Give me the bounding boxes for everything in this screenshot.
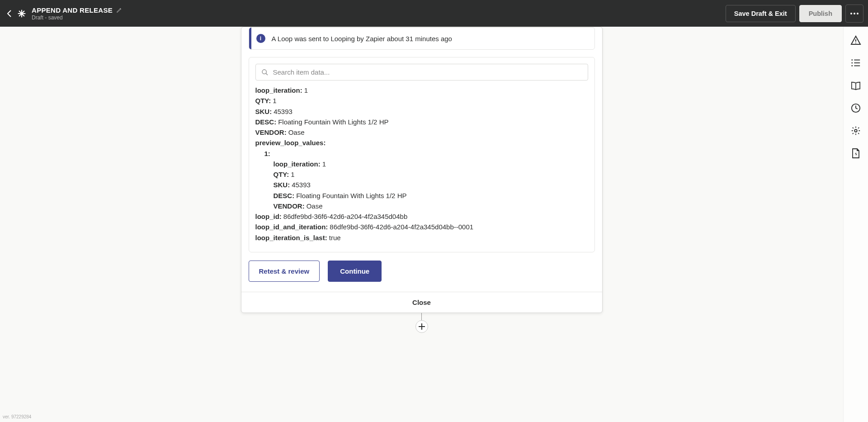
data-row[interactable]: QTY: 1 bbox=[255, 169, 585, 180]
data-row[interactable]: loop_iteration_is_last: true bbox=[255, 232, 585, 243]
canvas-area: i A Loop was sent to Looping by Zapier a… bbox=[0, 27, 868, 422]
data-key: 1: bbox=[264, 148, 270, 159]
svg-point-3 bbox=[262, 70, 266, 74]
svg-point-6 bbox=[855, 43, 856, 43]
data-key: QTY: bbox=[255, 95, 271, 106]
data-row[interactable]: loop_id: 86dfe9bd-36f6-42d6-a204-4f2a345… bbox=[255, 211, 585, 222]
alerts-button[interactable] bbox=[850, 35, 861, 46]
data-row[interactable]: SKU: 45393 bbox=[255, 180, 585, 190]
data-key: loop_iteration_is_last: bbox=[255, 232, 327, 243]
outline-button[interactable] bbox=[850, 57, 861, 68]
svg-line-4 bbox=[266, 73, 268, 75]
settings-button[interactable] bbox=[850, 125, 861, 136]
canvas-scroll[interactable]: i A Loop was sent to Looping by Zapier a… bbox=[0, 27, 843, 422]
zap-title-row: APPEND AND RELEASE bbox=[32, 6, 123, 14]
svg-point-1 bbox=[854, 13, 855, 14]
data-value: 1 bbox=[291, 169, 294, 180]
svg-point-12 bbox=[851, 65, 853, 66]
data-list[interactable]: loop_iteration: 1QTY: 1SKU: 45393DESC: F… bbox=[255, 85, 588, 246]
data-value: 86dfe9bd-36f6-42d6-a204-4f2a345d04bb--00… bbox=[330, 222, 473, 232]
data-value: 45393 bbox=[292, 180, 311, 190]
data-row[interactable]: VENDOR: Oase bbox=[255, 127, 585, 138]
plus-icon bbox=[419, 323, 425, 330]
file-bolt-icon bbox=[851, 148, 860, 159]
clock-icon bbox=[851, 103, 861, 113]
book-icon bbox=[851, 81, 861, 90]
search-wrapper[interactable] bbox=[255, 64, 588, 81]
right-rail bbox=[843, 27, 868, 422]
info-icon: i bbox=[256, 34, 265, 43]
svg-point-0 bbox=[850, 13, 852, 14]
close-button[interactable]: Close bbox=[241, 292, 602, 313]
warning-icon bbox=[850, 34, 861, 46]
data-value: Floating Fountain With Lights 1/2 HP bbox=[296, 190, 406, 201]
app-header: APPEND AND RELEASE Draft - saved Save Dr… bbox=[0, 0, 868, 27]
data-key: VENDOR: bbox=[274, 201, 305, 211]
data-key: loop_iteration: bbox=[274, 159, 321, 169]
data-value: 1 bbox=[304, 85, 308, 95]
version-label: ver. 97229284 bbox=[3, 414, 31, 419]
chevron-left-icon bbox=[7, 10, 12, 17]
data-value: true bbox=[329, 232, 341, 243]
dots-horizontal-icon bbox=[850, 13, 859, 14]
data-row[interactable]: loop_iteration_last: 1 bbox=[255, 243, 585, 246]
publish-button: Publish bbox=[799, 5, 842, 22]
data-row[interactable]: loop_iteration: 1 bbox=[255, 159, 585, 169]
zap-title: APPEND AND RELEASE bbox=[32, 6, 113, 14]
data-key: VENDOR: bbox=[255, 127, 287, 138]
zap-subtitle: Draft - saved bbox=[32, 14, 123, 21]
data-value: Oase bbox=[307, 201, 323, 211]
svg-point-14 bbox=[854, 129, 857, 132]
data-row[interactable]: SKU: 45393 bbox=[255, 106, 585, 117]
data-key: DESC: bbox=[274, 190, 295, 201]
data-key: loop_iteration: bbox=[255, 85, 302, 95]
data-row[interactable]: QTY: 1 bbox=[255, 95, 585, 106]
data-row[interactable]: loop_iteration: 1 bbox=[255, 85, 585, 95]
title-block: APPEND AND RELEASE Draft - saved bbox=[32, 6, 123, 21]
continue-button[interactable]: Continue bbox=[328, 261, 382, 282]
retest-button[interactable]: Retest & review bbox=[249, 261, 320, 282]
data-key: SKU: bbox=[274, 180, 290, 190]
data-key: SKU: bbox=[255, 106, 272, 117]
history-button[interactable] bbox=[850, 103, 861, 114]
data-key: DESC: bbox=[255, 117, 277, 127]
data-value: 1 bbox=[273, 95, 276, 106]
data-row[interactable]: VENDOR: Oase bbox=[255, 201, 585, 211]
action-buttons-row: Retest & review Continue bbox=[241, 261, 602, 292]
info-banner: i A Loop was sent to Looping by Zapier a… bbox=[249, 27, 595, 50]
data-value: Oase bbox=[288, 127, 305, 138]
data-value: 86dfe9bd-36f6-42d6-a204-4f2a345d04bb bbox=[283, 211, 407, 222]
data-value: 45393 bbox=[274, 106, 292, 117]
data-row[interactable]: loop_id_and_iteration: 86dfe9bd-36f6-42d… bbox=[255, 222, 585, 232]
save-draft-button[interactable]: Save Draft & Exit bbox=[726, 5, 796, 22]
data-row[interactable]: preview_loop_values: bbox=[255, 138, 585, 148]
data-row[interactable]: DESC: Floating Fountain With Lights 1/2 … bbox=[255, 117, 585, 127]
data-row[interactable]: 1: bbox=[255, 148, 585, 159]
more-menu-button[interactable] bbox=[845, 5, 863, 23]
header-right: Save Draft & Exit Publish bbox=[726, 5, 863, 23]
test-data-card: loop_iteration: 1QTY: 1SKU: 45393DESC: F… bbox=[249, 57, 595, 252]
pencil-icon[interactable] bbox=[116, 7, 123, 13]
data-key: preview_loop_values: bbox=[255, 138, 326, 148]
data-key: QTY: bbox=[274, 169, 289, 180]
list-icon bbox=[851, 58, 861, 68]
step-editor-panel: i A Loop was sent to Looping by Zapier a… bbox=[241, 27, 603, 313]
add-step-button[interactable] bbox=[415, 320, 428, 333]
data-key: loop_id_and_iteration: bbox=[255, 222, 328, 232]
search-input[interactable] bbox=[273, 68, 582, 76]
data-value: 1 bbox=[322, 159, 326, 169]
data-value: 1 bbox=[320, 243, 323, 246]
power-button[interactable] bbox=[850, 148, 861, 159]
asterisk-icon bbox=[17, 9, 26, 18]
search-icon bbox=[261, 69, 269, 76]
back-button[interactable] bbox=[7, 10, 12, 17]
header-left: APPEND AND RELEASE Draft - saved bbox=[7, 6, 123, 21]
data-key: loop_iteration_last: bbox=[255, 243, 318, 246]
svg-point-11 bbox=[851, 62, 853, 64]
svg-point-10 bbox=[851, 59, 853, 61]
guide-button[interactable] bbox=[850, 80, 861, 91]
gear-icon bbox=[851, 126, 861, 136]
data-row[interactable]: DESC: Floating Fountain With Lights 1/2 … bbox=[255, 190, 585, 201]
data-key: loop_id: bbox=[255, 211, 282, 222]
data-value: Floating Fountain With Lights 1/2 HP bbox=[278, 117, 388, 127]
